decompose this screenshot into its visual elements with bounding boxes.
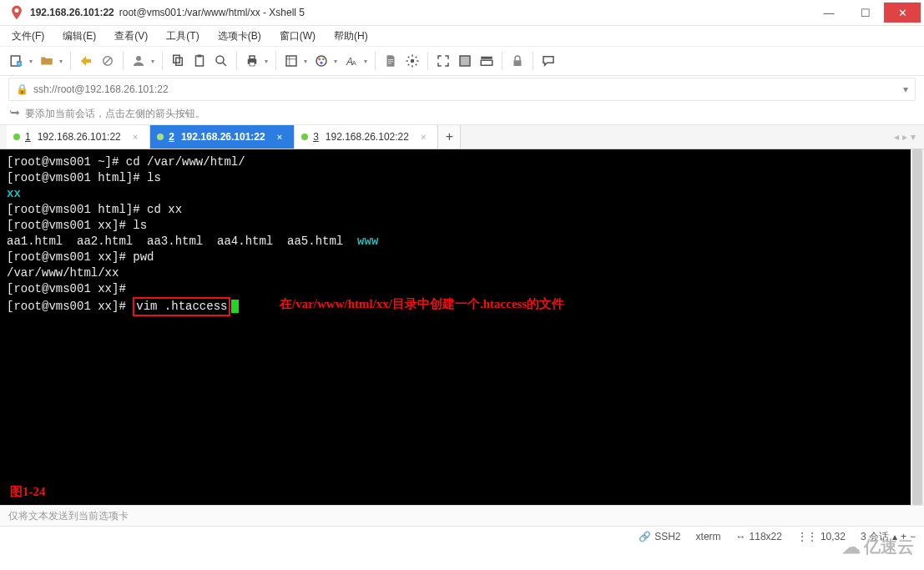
open-folder-icon[interactable]: [37, 51, 57, 71]
terminal[interactable]: [root@vms001 ~]# cd /var/www/html/ [root…: [0, 149, 924, 505]
svg-rect-8: [198, 55, 202, 58]
close-icon[interactable]: ×: [133, 132, 138, 142]
color-scheme-icon[interactable]: [311, 51, 331, 71]
menubar: 文件(F) 编辑(E) 查看(V) 工具(T) 选项卡(B) 窗口(W) 帮助(…: [0, 26, 924, 47]
tab-next-icon[interactable]: ▸: [902, 131, 907, 143]
minimize-button[interactable]: —: [810, 3, 847, 23]
close-icon[interactable]: ×: [277, 132, 282, 142]
session-tab-2[interactable]: 2 192.168.26.101:22 ×: [150, 125, 295, 149]
dropdown-icon[interactable]: ▾: [27, 58, 35, 65]
svg-rect-11: [250, 56, 255, 59]
svg-point-17: [321, 62, 323, 64]
hint-text: 要添加当前会话，点击左侧的箭头按钮。: [25, 107, 205, 121]
watermark: ☁ 亿速云: [842, 536, 914, 558]
session-tabs: 1 192.168.26.101:22 × 2 192.168.26.101:2…: [0, 125, 924, 149]
app-icon: [8, 4, 25, 21]
menu-file[interactable]: 文件(F): [8, 28, 48, 45]
properties-icon[interactable]: [281, 51, 301, 71]
close-icon[interactable]: ×: [421, 132, 426, 142]
tab-label: 192.168.26.102:22: [326, 131, 409, 143]
dropdown-icon[interactable]: ▾: [149, 58, 157, 65]
transparency-icon[interactable]: [455, 51, 475, 71]
watermark-text: 亿速云: [864, 536, 914, 558]
svg-point-4: [136, 56, 141, 61]
script-icon[interactable]: [381, 51, 401, 71]
resize-icon: ↔: [736, 531, 746, 542]
menu-window[interactable]: 窗口(W): [276, 28, 319, 45]
status-term: xterm: [696, 531, 721, 542]
svg-rect-7: [196, 56, 204, 66]
settings-icon[interactable]: [402, 51, 422, 71]
link-icon: 🔗: [639, 531, 651, 542]
menu-tabs[interactable]: 选项卡(B): [215, 28, 265, 45]
svg-point-20: [411, 59, 415, 63]
svg-rect-24: [514, 60, 522, 66]
reconnect-icon[interactable]: [76, 51, 96, 71]
maximize-button[interactable]: ☐: [847, 3, 884, 23]
profile-icon[interactable]: [129, 51, 149, 71]
menu-edit[interactable]: 编辑(E): [59, 28, 99, 45]
svg-rect-23: [481, 60, 492, 65]
titlebar: 192.168.26.101:22 root@vms001:/var/www/h…: [0, 0, 924, 26]
dropdown-icon[interactable]: ▾: [331, 58, 340, 65]
svg-point-15: [318, 58, 321, 60]
paste-icon[interactable]: [189, 51, 210, 71]
add-tab-button[interactable]: +: [438, 125, 461, 149]
lock-icon[interactable]: [507, 51, 528, 71]
tab-number: 2: [169, 131, 174, 143]
session-tab-3[interactable]: 3 192.168.26.102:22 ×: [295, 125, 438, 149]
scrollbar[interactable]: [911, 149, 924, 505]
status-size: ↔118x22: [736, 531, 782, 542]
dropdown-icon[interactable]: ▾: [903, 83, 908, 95]
svg-text:A: A: [352, 59, 356, 67]
multiwrite-bar[interactable]: 仅将文本发送到当前选项卡: [0, 505, 924, 526]
fullscreen-icon[interactable]: [433, 51, 453, 71]
chat-icon[interactable]: [538, 51, 558, 71]
dropdown-icon[interactable]: ▾: [301, 58, 310, 65]
search-icon[interactable]: [211, 51, 231, 71]
new-session-icon[interactable]: +: [7, 51, 27, 71]
annotation-text: 在/var/www/html/xx/目录中创建一个.htaccess的文件: [280, 296, 564, 312]
menu-tools[interactable]: 工具(T): [163, 28, 202, 45]
session-tab-1[interactable]: 1 192.168.26.101:22 ×: [7, 125, 150, 149]
scrollbar-thumb[interactable]: [912, 149, 922, 505]
dropdown-icon[interactable]: ▾: [262, 58, 270, 65]
position-icon: ⋮⋮: [797, 531, 817, 542]
status-protocol: 🔗SSH2: [639, 531, 680, 542]
svg-text:+: +: [18, 61, 21, 66]
lock-icon: 🔒: [16, 83, 28, 95]
figure-label: 图1-24: [10, 484, 46, 500]
toolbar: + ▾ ▾ ▾ ▾ ▾ ▾ AA ▾: [0, 47, 924, 76]
svg-point-16: [322, 58, 325, 60]
status-dot-icon: [13, 134, 20, 140]
statusbar: 🔗SSH2 xterm ↔118x22 ⋮⋮10,32 3 会话 ▴+−: [0, 526, 924, 547]
menu-help[interactable]: 帮助(H): [331, 28, 371, 45]
svg-rect-13: [286, 56, 296, 66]
address-bar[interactable]: 🔒 ssh://root@192.168.26.101:22 ▾: [8, 78, 916, 101]
toggle-toolbar-icon[interactable]: [477, 51, 497, 71]
arrow-left-icon[interactable]: ⮩: [10, 108, 20, 119]
multiwrite-text: 仅将文本发送到当前选项卡: [8, 509, 129, 523]
svg-point-14: [316, 56, 326, 66]
title-full: root@vms001:/var/www/html/xx - Xshell 5: [119, 7, 305, 18]
status-pos: ⋮⋮10,32: [797, 531, 846, 542]
menu-view[interactable]: 查看(V): [111, 28, 151, 45]
copy-icon[interactable]: [168, 51, 188, 71]
dropdown-icon[interactable]: ▾: [361, 58, 370, 65]
address-text: ssh://root@192.168.26.101:22: [33, 83, 169, 95]
svg-rect-22: [481, 57, 492, 59]
disconnect-icon[interactable]: [98, 51, 118, 71]
tab-menu-icon[interactable]: ▾: [911, 131, 916, 143]
tab-label: 192.168.26.101:22: [38, 131, 121, 143]
font-icon[interactable]: AA: [341, 51, 361, 71]
hint-bar: ⮩ 要添加当前会话，点击左侧的箭头按钮。: [0, 103, 924, 125]
dropdown-icon[interactable]: ▾: [57, 58, 65, 65]
close-button[interactable]: ✕: [884, 3, 921, 23]
status-dot-icon: [301, 134, 308, 140]
cloud-icon: ☁: [842, 537, 861, 558]
print-icon[interactable]: [242, 51, 262, 71]
tab-number: 1: [25, 131, 31, 143]
tab-nav: ◂ ▸ ▾: [886, 125, 924, 149]
tab-prev-icon[interactable]: ◂: [894, 131, 899, 143]
tab-label: 192.168.26.101:22: [181, 131, 265, 143]
